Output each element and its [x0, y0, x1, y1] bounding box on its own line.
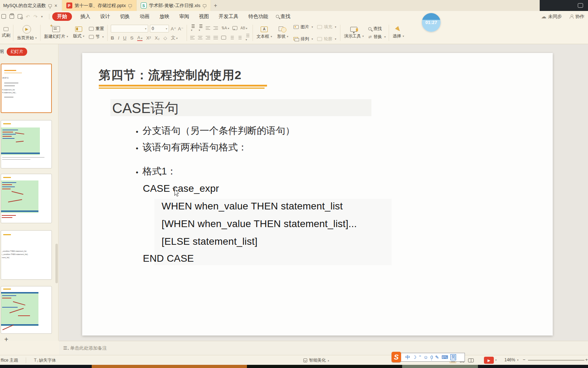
tab-home[interactable]: 开始	[52, 12, 72, 21]
sogou-logo-icon[interactable]: S	[392, 352, 401, 362]
distribute-icon[interactable]	[221, 36, 226, 40]
pen-icon[interactable]: ✎	[435, 355, 439, 360]
save-icon[interactable]	[1, 14, 6, 19]
underline-button[interactable]: U	[123, 35, 126, 41]
numbered-list-icon[interactable]	[198, 24, 202, 32]
close-icon[interactable]: ×	[54, 3, 57, 8]
slide-title[interactable]: 第四节：流程控制的使用2	[99, 67, 242, 83]
tab-review[interactable]: 审阅	[178, 12, 190, 21]
slide-canvas[interactable]: 第四节：流程控制的使用2 CASE语句 • 分支语句（另一个条件判断的语句） •…	[82, 53, 553, 336]
format-label[interactable]: 格式1：	[143, 165, 176, 178]
format-painter-button[interactable]: 式刷	[0, 22, 12, 44]
zoom-chevron-icon[interactable]: ▾	[517, 358, 519, 362]
slide-thumbnail-2[interactable]	[1, 120, 52, 168]
present-tools-button[interactable]: 演示工具	[341, 22, 366, 44]
slide-thumbnail-5[interactable]	[1, 286, 52, 334]
moon-icon[interactable]: ☽	[412, 355, 417, 360]
decrease-indent-icon[interactable]	[206, 26, 210, 30]
shapes-button[interactable]: 形状	[274, 22, 291, 44]
tab-devtools[interactable]: 开发工具	[217, 12, 240, 21]
pinyin-button[interactable]: 文	[171, 35, 178, 41]
slide-thumbnail-1[interactable]: (的语句) N statement_list N statement_list]…	[1, 64, 52, 113]
justify-icon[interactable]	[213, 36, 218, 39]
tab-work-report[interactable]: S 学术部-黄敏-工作日报.xls	[137, 0, 211, 11]
print-icon[interactable]	[10, 14, 14, 19]
clear-format-button[interactable]: ◇	[164, 35, 167, 41]
outline-button[interactable]: 轮廓	[317, 36, 336, 42]
tab-animation[interactable]: 动画	[138, 12, 151, 21]
pin-icon[interactable]	[128, 4, 132, 7]
italic-button[interactable]: I	[118, 35, 119, 41]
ribbon-search[interactable]: 查找	[276, 13, 290, 20]
textbox-button[interactable]: A 文本框	[254, 22, 274, 44]
code-line-3[interactable]: [WHEN when_value THEN statement_list]...	[162, 218, 357, 230]
tab-view[interactable]: 视图	[198, 12, 210, 21]
tab-transition[interactable]: 切换	[119, 12, 131, 21]
select-button[interactable]: 选择	[390, 22, 406, 44]
columns-icon[interactable]	[229, 36, 234, 39]
align-left-icon[interactable]	[190, 36, 195, 39]
strikethrough-button[interactable]: S	[130, 35, 133, 41]
code-line-1[interactable]: CASE case_expr	[143, 183, 219, 194]
missing-font-button[interactable]: T 缺失字体	[34, 357, 56, 363]
mic-icon[interactable]	[431, 356, 433, 359]
undo-icon[interactable]: ↶	[26, 14, 30, 19]
code-line-5[interactable]: END CASE	[143, 253, 194, 264]
keyboard-icon[interactable]: ⌨	[441, 355, 448, 360]
line-spacing-icon[interactable]: ⇅A	[221, 26, 229, 30]
arrange-button[interactable]: 排列	[293, 36, 313, 42]
font-size-combo[interactable]: 0▾	[150, 25, 169, 32]
window-icon[interactable]	[578, 3, 583, 8]
print-preview-icon[interactable]	[18, 14, 22, 19]
subscript-button[interactable]: X₂	[155, 35, 160, 41]
slide-thumbnail-4[interactable]: _condition THEN statement_list r_conditi…	[1, 230, 52, 280]
collaborate-button[interactable]: 协作	[570, 13, 584, 20]
bold-button[interactable]: B	[111, 35, 114, 41]
notes-bar[interactable]: ☰ 单击此处添加备注	[59, 341, 588, 355]
slide-heading[interactable]: CASE语句	[112, 99, 179, 118]
slide-bullet-1[interactable]: 分支语句（另一个条件判断的语句）	[143, 124, 295, 137]
tab-design[interactable]: 设计	[99, 12, 111, 21]
fill-button[interactable]: 填充	[317, 24, 336, 30]
numbering-options-icon[interactable]	[245, 34, 249, 41]
char-spacing-icon[interactable]: AB	[241, 26, 247, 30]
tab-outline[interactable]: 纲	[0, 48, 4, 55]
zoom-out-button[interactable]: −	[523, 357, 526, 362]
punctuation-icon[interactable]: ’”	[419, 355, 421, 359]
theme-label[interactable]: ffice 主题	[1, 357, 18, 363]
tab-slides[interactable]: 幻灯片	[7, 48, 27, 56]
replace-button[interactable]: ⇄ 替换	[368, 34, 386, 40]
tab-stored-procedure[interactable]: P 第十一章、存储过程.pptx	[62, 0, 137, 11]
increase-font-button[interactable]: A⁺	[171, 26, 176, 31]
new-slide-button[interactable]: 新建幻灯片	[42, 22, 71, 44]
new-tab-button[interactable]: +	[211, 0, 220, 11]
font-color-button[interactable]: A	[137, 35, 143, 41]
reading-view-button[interactable]	[468, 358, 474, 362]
zoom-slider[interactable]	[528, 360, 584, 361]
increase-indent-icon[interactable]	[213, 26, 218, 30]
ime-chinese-mode[interactable]: 中	[405, 354, 410, 361]
simplified-chinese-icon[interactable]: 简	[450, 354, 456, 360]
reset-button[interactable]: 重置	[89, 26, 104, 32]
tab-features[interactable]: 特色功能	[247, 12, 269, 21]
sogou-ime-bar[interactable]: S 中 ☽ ’” ☺ ✎ ⌨ 简	[396, 353, 465, 362]
zoom-in-button[interactable]: +	[585, 357, 588, 362]
slideshow-play-button[interactable]: ▶	[484, 357, 494, 364]
find-button[interactable]: 查找	[368, 26, 386, 32]
decrease-font-button[interactable]: A⁻	[178, 26, 184, 31]
font-name-combo[interactable]: ▾	[111, 25, 148, 32]
sync-status[interactable]: ☁ 未同步	[541, 13, 562, 20]
pin-icon[interactable]	[203, 4, 206, 7]
text-direction-icon[interactable]	[232, 26, 237, 30]
tab-mysql-functions[interactable]: 一章、MySQL的自定义函数 ×	[0, 0, 62, 11]
zoom-level[interactable]: 146%	[504, 357, 515, 362]
add-slide-button[interactable]: +	[4, 336, 8, 344]
sidebar-scrollbar[interactable]	[55, 244, 58, 283]
smart-beautify-button[interactable]: 智能美化 ▴	[303, 355, 329, 365]
presentation-timer[interactable]: 01:27	[422, 13, 441, 32]
align-center-icon[interactable]	[198, 36, 202, 39]
bullet-list-icon[interactable]	[190, 24, 195, 32]
layout-button[interactable]: 版式	[71, 22, 87, 44]
slide-thumbnail-3[interactable]	[1, 174, 52, 223]
section-button[interactable]: 节	[89, 34, 104, 40]
